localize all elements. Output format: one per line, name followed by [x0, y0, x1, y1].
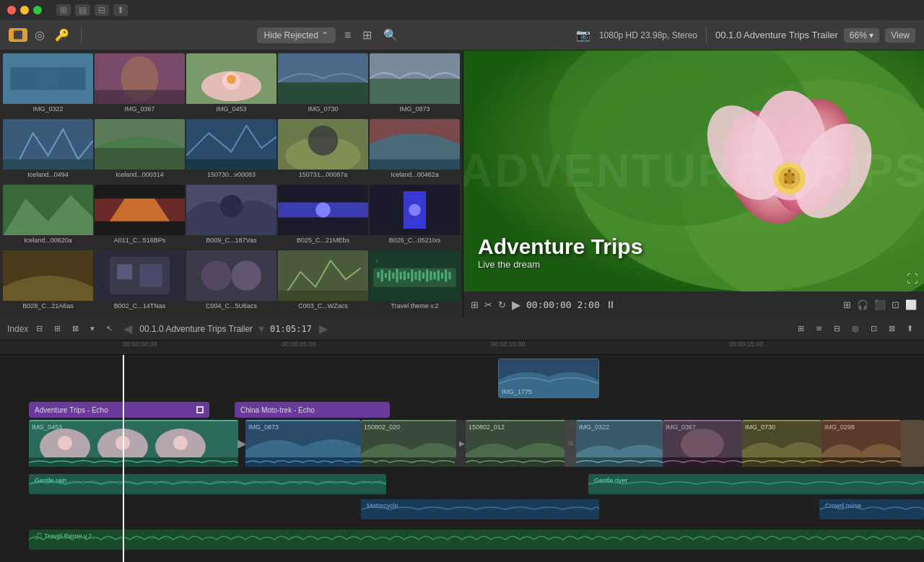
zoom-button[interactable]: 66% ▾	[844, 28, 879, 43]
media-item[interactable]: B025_C...21MEbs	[278, 185, 368, 249]
media-item[interactable]: IMG_0322	[3, 53, 93, 118]
clip-img0367[interactable]: IMG_0367	[663, 420, 742, 467]
audio-travel-theme[interactable]: 🎵 Travel theme v.2	[29, 530, 924, 550]
svg-rect-67	[445, 270, 447, 282]
close-button[interactable]	[7, 6, 16, 14]
settings-icon[interactable]: ⊟	[95, 4, 109, 16]
timeline-grid-icon[interactable]: ⊞	[51, 322, 64, 335]
export-icon[interactable]: ⬆	[113, 4, 128, 16]
playback-timecode: 00:00:00 2:00	[526, 299, 600, 310]
clip-img0873[interactable]: IMG_0873	[245, 420, 361, 467]
audio-label-adventure: Adventure Trips - Echo	[35, 406, 108, 414]
timeline-tool-icon[interactable]: ▾	[87, 322, 98, 335]
floating-clip-img1775[interactable]: IMG_1775	[498, 359, 599, 398]
media-label: B028_C...21A6as	[3, 301, 93, 311]
fullscreen-icon[interactable]: ⛶	[907, 273, 918, 286]
search-icon[interactable]: 🔍	[380, 25, 401, 45]
crop-icon[interactable]: ⊡	[892, 299, 899, 310]
ruler-mark-15: 00:00:15:00	[729, 341, 764, 348]
media-item[interactable]: Iceland...000314	[95, 119, 185, 183]
mute-icon[interactable]: ⊡	[867, 322, 881, 335]
svg-rect-66	[441, 273, 443, 278]
clip-img0298[interactable]: IMG_0298	[821, 420, 901, 467]
clip-extra[interactable]	[901, 420, 924, 467]
expand-icon[interactable]: ⬜	[905, 299, 917, 310]
svg-point-90	[58, 436, 72, 450]
media-label: C003_C...WZacs	[278, 301, 368, 311]
media-item[interactable]: B028_C...21A6as	[3, 250, 93, 315]
clip-img0730[interactable]: IMG_0730	[742, 420, 821, 467]
clip-img0322[interactable]: IMG_0322	[576, 420, 663, 467]
media-item[interactable]: 150730...v00083	[186, 119, 276, 183]
media-item[interactable]: IMG_0873	[370, 53, 460, 118]
audio-dot	[196, 406, 204, 413]
media-item[interactable]: B009_C...187Vas	[186, 185, 276, 249]
solo-icon[interactable]: ⊠	[885, 322, 899, 335]
media-label: Travel theme v.2	[370, 301, 460, 311]
audio-motorcycle[interactable]: Motorcycle	[361, 499, 599, 519]
clip-150802-020[interactable]: 150802_020	[361, 420, 458, 467]
transform-icon[interactable]: ✂	[484, 299, 492, 310]
svg-rect-58	[411, 270, 413, 282]
share-icon[interactable]: ⬛	[874, 299, 886, 310]
audio-track-adventure-echo[interactable]: Adventure Trips - Echo	[29, 402, 209, 418]
audio-waveform-icon[interactable]: ≋	[812, 322, 826, 335]
media-label: 150730...v00083	[186, 170, 276, 180]
media-item[interactable]: C003_C...WZacs	[278, 250, 368, 315]
media-label: B026_C...0521Ixs	[370, 235, 460, 245]
maximize-button[interactable]	[33, 6, 42, 14]
audio-gentle-river[interactable]: Gentle river	[588, 474, 924, 494]
audio-track-china-echo[interactable]: China Moto-trek - Echo	[235, 402, 390, 418]
clip-img0453[interactable]: IMG_0453	[29, 420, 238, 467]
audio-gentle-rain[interactable]: Gentle rain	[29, 474, 386, 494]
photo-icon[interactable]: 🔑	[52, 25, 72, 45]
media-item[interactable]: Iceland...00620a	[3, 185, 93, 249]
timeline-list-icon[interactable]: ⊟	[32, 322, 46, 335]
view-button[interactable]: View	[885, 28, 915, 43]
media-item[interactable]: B026_C...0521Ixs	[370, 185, 460, 249]
timeline-content: IMG_1775 Adventure Trips - Echo China Mo…	[0, 355, 924, 562]
grid-view-icon[interactable]: ⊞	[359, 25, 375, 45]
media-import-icon[interactable]: ◎	[32, 25, 48, 45]
media-item[interactable]: IMG_0453	[186, 53, 276, 118]
media-item[interactable]: B002_C...14TNas	[95, 250, 185, 315]
filter-icon[interactable]: ≡	[341, 26, 354, 45]
audio-icon[interactable]: ↻	[498, 299, 506, 310]
media-item[interactable]: Iceland...00462a	[370, 119, 460, 183]
cursor-icon[interactable]: ↖	[103, 322, 116, 335]
play-button[interactable]: ▶	[512, 298, 520, 312]
export-icon[interactable]: ⬆	[903, 322, 917, 335]
media-thumbnail	[3, 250, 93, 301]
camera-icon[interactable]: 📷	[573, 25, 593, 45]
minimize-button[interactable]	[20, 6, 29, 14]
audio-crowd-noise[interactable]: Crowd noise	[819, 499, 924, 519]
clip-150802-012[interactable]: 150802_012	[466, 420, 567, 467]
film-icon[interactable]: ▤	[75, 4, 90, 16]
pause-icon[interactable]: ⏸	[606, 299, 616, 310]
media-label: IMG_0322	[3, 104, 93, 114]
media-item[interactable]: C004_C...5U6acs	[186, 250, 276, 315]
view-mode-icon[interactable]: ⊞	[471, 299, 479, 310]
media-thumbnail	[186, 119, 276, 170]
media-item[interactable]: Iceland...0494	[3, 119, 93, 183]
headphones-icon[interactable]: ◎	[848, 322, 863, 335]
layout-icon[interactable]: ⊞	[843, 299, 851, 310]
media-item[interactable]: A011_C...516BPs	[95, 185, 185, 249]
media-item[interactable]: 150731...00087a	[278, 119, 368, 183]
library-icon[interactable]: ⬛	[9, 28, 27, 42]
media-item[interactable]: IMG_0367	[95, 53, 185, 118]
hide-rejected-button[interactable]: Hide Rejected ⌃	[257, 27, 336, 43]
media-thumbnail	[278, 185, 368, 235]
timeline-view-icon[interactable]: ⊠	[69, 322, 82, 335]
meter-icon[interactable]: ⊟	[830, 322, 844, 335]
bg-watermark-text: ADVENTURE TRIPS	[463, 144, 924, 198]
adventure-subtitle: Live the dream	[478, 259, 642, 270]
grid-icon[interactable]: ⊞	[56, 4, 71, 16]
media-item[interactable]: IMG_0730	[278, 53, 368, 118]
toolbar-center: Hide Rejected ⌃ ≡ ⊞ 🔍	[90, 25, 567, 45]
clip-connect-icon[interactable]: ⊞	[794, 322, 808, 335]
headphone-icon[interactable]: 🎧	[857, 299, 868, 310]
media-thumbnail	[95, 250, 185, 301]
svg-point-92	[116, 436, 130, 450]
media-item[interactable]: ♪ Travel theme v.2	[370, 250, 460, 315]
